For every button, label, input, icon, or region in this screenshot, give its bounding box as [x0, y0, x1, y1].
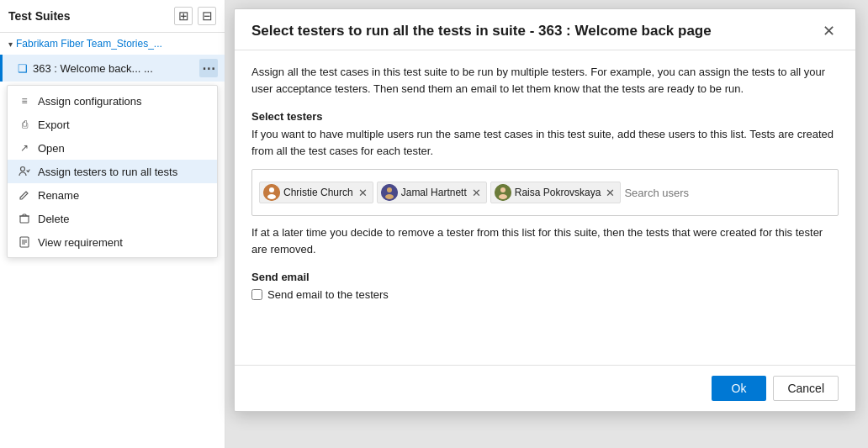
- ok-button[interactable]: Ok: [712, 376, 767, 401]
- dialog-body: Assign all the test cases in this test s…: [235, 50, 855, 365]
- tester-name-rp: Raisa Pokrovskaya: [515, 187, 601, 198]
- team-label: Fabrikam Fiber Team_Stories_...: [16, 38, 162, 50]
- send-email-section: Send email Send email to the testers: [251, 271, 839, 301]
- menu-item-label: Assign testers to run all tests: [38, 166, 177, 178]
- svg-point-5: [267, 194, 276, 199]
- tester-name-cc: Christie Church: [283, 187, 353, 198]
- view-req-icon: [18, 235, 31, 249]
- dialog-footer: Ok Cancel: [235, 365, 855, 411]
- suite-ellipsis-button[interactable]: ⋯: [199, 59, 218, 77]
- delete-icon: [18, 212, 31, 225]
- cancel-button[interactable]: Cancel: [773, 376, 839, 401]
- menu-item-label: Delete: [38, 213, 70, 225]
- svg-point-0: [21, 167, 25, 171]
- select-testers-desc: If you want to have multiple users run t…: [251, 126, 839, 159]
- remove-tester-jh[interactable]: ✕: [472, 187, 481, 199]
- menu-item-label: Export: [38, 119, 70, 131]
- svg-point-11: [499, 194, 507, 199]
- avatar-rp: [495, 184, 511, 201]
- send-email-checkbox-row[interactable]: Send email to the testers: [251, 288, 839, 301]
- avatar-cc: [263, 184, 280, 201]
- menu-item-label: View requirement: [38, 236, 123, 249]
- sidebar-header-icons: ⊞ ⊟: [174, 7, 216, 25]
- avatar-jh: [381, 184, 398, 201]
- export-icon: ⎙: [18, 118, 31, 131]
- tester-name-jh: Jamal Hartnett: [401, 187, 467, 198]
- svg-point-8: [385, 194, 394, 199]
- assign-testers-icon: [18, 165, 31, 178]
- tester-tag-cc: Christie Church ✕: [259, 182, 373, 203]
- menu-item-label: Rename: [38, 189, 79, 202]
- dialog: Select testers to run all the tests in s…: [234, 8, 856, 412]
- sidebar: Test Suites ⊞ ⊟ ▾ Fabrikam Fiber Team_St…: [0, 0, 225, 448]
- menu-item-label: Open: [38, 142, 65, 155]
- svg-point-10: [500, 187, 505, 192]
- dialog-intro: Assign all the test cases in this test s…: [251, 64, 839, 97]
- open-icon: ↗: [18, 141, 31, 155]
- suite-label: 363 : Welcome back... ...: [33, 62, 194, 75]
- testers-input-box[interactable]: Christie Church ✕ Jamal Hartnett ✕ R: [251, 169, 839, 216]
- add-suite-button[interactable]: ⊞: [174, 7, 193, 25]
- tester-tag-jh: Jamal Hartnett ✕: [377, 182, 487, 203]
- svg-rect-1: [20, 216, 29, 223]
- rename-icon: [18, 188, 31, 202]
- suite-item[interactable]: ❑ 363 : Welcome back... ... ⋯: [0, 55, 225, 82]
- send-email-checkbox[interactable]: [251, 289, 262, 300]
- menu-item-label: Assign configurations: [38, 95, 142, 108]
- menu-item-assign-testers[interactable]: Assign testers to run all tests: [8, 160, 217, 183]
- menu-item-open[interactable]: ↗ Open: [8, 136, 217, 160]
- sidebar-title: Test Suites: [8, 9, 71, 23]
- sidebar-header: Test Suites ⊞ ⊟: [0, 0, 225, 33]
- close-button[interactable]: ✕: [818, 21, 839, 41]
- removal-note: If at a later time you decide to remove …: [251, 224, 839, 257]
- assign-configs-icon: ≡: [18, 94, 31, 108]
- dialog-title: Select testers to run all the tests in s…: [251, 23, 712, 40]
- team-row[interactable]: ▾ Fabrikam Fiber Team_Stories_...: [0, 33, 225, 55]
- menu-item-view-req[interactable]: View requirement: [8, 230, 217, 254]
- svg-point-4: [269, 187, 274, 192]
- dialog-area: Select testers to run all the tests in s…: [225, 0, 868, 448]
- suite-icon: ❑: [18, 62, 28, 75]
- context-menu: ≡ Assign configurations ⎙ Export ↗ Open …: [7, 85, 218, 258]
- menu-item-delete[interactable]: Delete: [8, 207, 217, 230]
- send-email-label: Send email to the testers: [267, 288, 389, 301]
- dialog-header: Select testers to run all the tests in s…: [235, 9, 855, 50]
- select-testers-heading: Select testers: [251, 110, 839, 123]
- remove-tester-cc[interactable]: ✕: [358, 187, 368, 199]
- remove-tester-rp[interactable]: ✕: [606, 187, 615, 199]
- svg-point-7: [387, 187, 392, 192]
- menu-item-rename[interactable]: Rename: [8, 183, 217, 207]
- remove-suite-button[interactable]: ⊟: [198, 7, 216, 25]
- menu-item-assign-configs[interactable]: ≡ Assign configurations: [8, 89, 217, 113]
- menu-item-export[interactable]: ⎙ Export: [8, 113, 217, 136]
- send-email-heading: Send email: [251, 271, 839, 283]
- tester-tag-rp: Raisa Pokrovskaya ✕: [490, 182, 622, 203]
- search-users-input[interactable]: [624, 185, 831, 201]
- chevron-icon: ▾: [8, 40, 13, 49]
